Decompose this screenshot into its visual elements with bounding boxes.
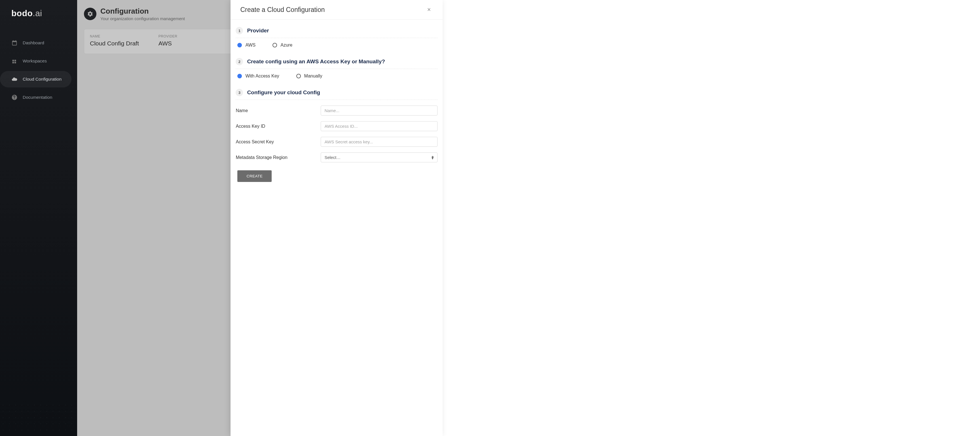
step-header-provider: 1 Provider	[235, 22, 438, 38]
step-header-method: 2 Create config using an AWS Access Key …	[235, 53, 438, 69]
sidebar-nav: Dashboard Workspaces Cloud Configuration	[0, 33, 77, 107]
sidebar-item-cloud-configuration[interactable]: Cloud Configuration	[0, 71, 72, 88]
sidebar-item-workspaces[interactable]: Workspaces	[0, 53, 72, 69]
brand-logo: bodo.ai	[0, 0, 77, 27]
access-secret-key-label: Access Secret Key	[235, 139, 321, 144]
radio-label: With Access Key	[245, 73, 279, 78]
cloud-icon	[11, 76, 18, 82]
brand-name: bodo	[11, 8, 33, 18]
drawer-header: Create a Cloud Configuration ×	[231, 0, 443, 19]
radio-dot-icon	[237, 43, 242, 47]
step-number: 2	[235, 58, 243, 65]
sidebar-decoration	[0, 402, 77, 436]
sidebar-item-documentation[interactable]: Documentation	[0, 89, 72, 105]
name-input[interactable]	[321, 105, 438, 115]
sidebar-item-label: Workspaces	[23, 59, 47, 64]
config-form: Name Access Key ID Access Secret Key	[235, 100, 438, 182]
access-key-id-label: Access Key ID	[235, 124, 321, 129]
radio-manually[interactable]: Manually	[296, 73, 322, 78]
sidebar-item-dashboard[interactable]: Dashboard	[0, 35, 72, 51]
step-title: Create config using an AWS Access Key or…	[247, 59, 385, 65]
step-title: Configure your cloud Config	[247, 89, 320, 96]
radio-with-access-key[interactable]: With Access Key	[237, 73, 279, 78]
sidebar-item-label: Dashboard	[23, 40, 44, 45]
step-number: 1	[235, 27, 243, 34]
step-number: 3	[235, 89, 243, 96]
calendar-icon	[11, 40, 18, 46]
drawer-title: Create a Cloud Configuration	[240, 6, 325, 14]
close-icon: ×	[427, 6, 431, 13]
radio-label: AWS	[245, 43, 256, 48]
create-button[interactable]: CREATE	[237, 170, 272, 182]
access-key-id-input[interactable]	[321, 121, 438, 131]
metadata-region-select[interactable]: Select…	[321, 152, 438, 162]
step-header-configure: 3 Configure your cloud Config	[235, 84, 438, 100]
radio-dot-icon	[237, 74, 242, 78]
radio-aws[interactable]: AWS	[237, 43, 256, 48]
step-title: Provider	[247, 27, 269, 34]
create-config-drawer: Create a Cloud Configuration × 1 Provide…	[231, 0, 443, 436]
radio-label: Azure	[280, 43, 292, 48]
help-circle-icon	[11, 94, 18, 101]
access-secret-key-input[interactable]	[321, 137, 438, 147]
close-button[interactable]: ×	[425, 6, 433, 14]
radio-dot-icon	[296, 74, 301, 78]
sidebar-item-label: Documentation	[23, 95, 52, 100]
drawer-body: 1 Provider AWS Azure	[231, 19, 443, 189]
name-label: Name	[235, 108, 321, 113]
metadata-region-label: Metadata Storage Region	[235, 155, 321, 160]
brand-suffix: .ai	[33, 8, 42, 18]
workspaces-icon	[11, 58, 18, 64]
radio-label: Manually	[304, 73, 322, 78]
method-radio-group: With Access Key Manually	[235, 69, 438, 84]
radio-dot-icon	[272, 43, 277, 47]
provider-radio-group: AWS Azure	[235, 38, 438, 53]
sidebar-item-label: Cloud Configuration	[23, 77, 62, 82]
main-content: Configuration Your organization configur…	[77, 0, 443, 436]
radio-azure[interactable]: Azure	[272, 43, 292, 48]
sidebar: bodo.ai Dashboard Workspaces	[0, 0, 77, 436]
